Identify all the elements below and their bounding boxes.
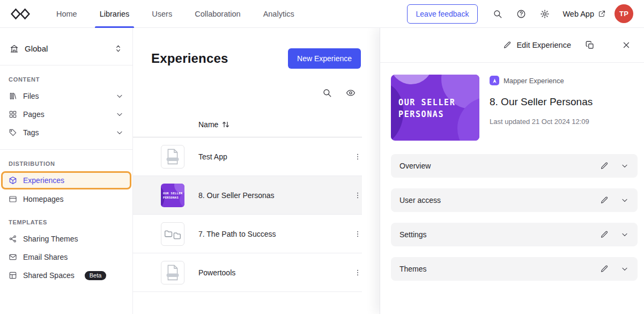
share-icon xyxy=(9,235,17,243)
search-icon[interactable] xyxy=(322,88,332,98)
edit-experience-button[interactable]: Edit Experience xyxy=(503,41,571,49)
section-title-distribution: DISTRIBUTION xyxy=(9,160,124,167)
last-updated-text: Last updated 21 Oct 2024 12:09 xyxy=(490,118,593,126)
search-icon[interactable] xyxy=(487,4,508,24)
detail-sections: Overview User access Settings xyxy=(391,154,638,281)
panel-body: OUR SELLER PERSONAS Mapper Experience 8.… xyxy=(380,63,644,281)
nav-item-collaboration[interactable]: Collaboration xyxy=(183,0,251,28)
nav-item-users[interactable]: Users xyxy=(140,0,183,28)
folders-thumbnail xyxy=(161,222,184,246)
user-avatar[interactable]: TP xyxy=(615,4,633,23)
pencil-icon[interactable] xyxy=(600,265,609,273)
sidebar-item-label: Shared Spaces xyxy=(23,271,75,280)
external-link-icon xyxy=(598,10,606,18)
panel-header: Edit Experience xyxy=(380,28,644,63)
chevron-down-icon[interactable] xyxy=(620,162,629,170)
page-title: Experiences xyxy=(151,51,228,66)
section-label: Settings xyxy=(399,230,427,239)
mapper-experience-icon xyxy=(490,76,499,85)
section-title-content: CONTENT xyxy=(9,76,124,83)
section-label: User access xyxy=(399,196,441,205)
row-actions-kebab-icon[interactable] xyxy=(353,191,362,200)
section-overview[interactable]: Overview xyxy=(391,154,638,178)
primary-nav: Home Libraries Users Collaboration Analy… xyxy=(45,0,306,28)
chevron-down-icon[interactable] xyxy=(620,230,629,239)
web-app-link[interactable]: Web App xyxy=(562,10,606,18)
chevron-down-icon xyxy=(115,92,124,100)
nav-item-home[interactable]: Home xyxy=(45,0,88,28)
preview-eye-icon[interactable] xyxy=(346,88,356,98)
new-experience-button[interactable]: New Experience xyxy=(288,48,361,69)
web-app-label: Web App xyxy=(562,10,594,18)
table-row-test-app[interactable]: Test App xyxy=(133,137,362,176)
sidebar-item-experiences[interactable]: Experiences xyxy=(1,171,131,189)
document-thumbnail xyxy=(161,261,184,284)
leave-feedback-button[interactable]: Leave feedback xyxy=(407,4,478,24)
nav-item-libraries[interactable]: Libraries xyxy=(88,0,141,28)
settings-gear-icon[interactable] xyxy=(535,4,555,24)
sidebar-item-label: Sharing Themes xyxy=(23,235,78,243)
divider xyxy=(0,149,132,150)
files-icon xyxy=(9,92,17,100)
chevron-down-icon[interactable] xyxy=(620,265,629,273)
section-settings[interactable]: Settings xyxy=(391,223,638,246)
section-themes[interactable]: Themes xyxy=(391,257,638,281)
top-navigation: Home Libraries Users Collaboration Analy… xyxy=(0,0,644,28)
section-label: Themes xyxy=(399,265,427,273)
row-name: Powertools xyxy=(198,268,235,277)
chevron-updown-icon xyxy=(114,44,123,53)
sidebar-item-files[interactable]: Files xyxy=(0,87,132,105)
sidebar-item-homepages[interactable]: Homepages xyxy=(0,190,132,208)
pencil-icon[interactable] xyxy=(600,196,609,205)
table-row-path-to-success[interactable]: 7. The Path to Success xyxy=(133,215,362,253)
sidebar-item-tags[interactable]: Tags xyxy=(0,123,132,142)
sidebar-item-shared-spaces[interactable]: Shared Spaces Beta xyxy=(0,266,132,284)
row-name: 8. Our Seller Personas xyxy=(198,191,275,200)
sidebar-item-label: Pages xyxy=(23,110,45,119)
spaces-icon xyxy=(9,271,17,280)
pages-icon xyxy=(9,110,17,119)
scope-label: Global xyxy=(25,44,48,53)
table-row-powertools[interactable]: Powertools xyxy=(133,253,362,292)
table-row-seller-personas[interactable]: OUR SELLER PERSONAS 8. Our Seller Person… xyxy=(133,176,362,215)
section-label: Overview xyxy=(399,162,431,170)
sidebar-item-pages[interactable]: Pages xyxy=(0,105,132,123)
experience-cover-image: OUR SELLER PERSONAS xyxy=(391,75,479,141)
svg-text:OUR SELLER: OUR SELLER xyxy=(398,98,455,107)
table-toolbar xyxy=(133,69,362,98)
row-actions-kebab-icon[interactable] xyxy=(353,152,362,161)
section-title-templates: TEMPLATES xyxy=(9,219,124,225)
sidebar-item-email-shares[interactable]: Email Shares xyxy=(0,248,132,266)
divider xyxy=(0,65,132,65)
duplicate-icon[interactable] xyxy=(585,40,595,50)
row-actions-kebab-icon[interactable] xyxy=(353,268,362,277)
sidebar-item-sharing-themes[interactable]: Sharing Themes xyxy=(0,230,132,248)
sidebar-item-label: Tags xyxy=(23,128,39,137)
pencil-icon[interactable] xyxy=(600,162,609,170)
close-panel-icon[interactable] xyxy=(621,40,631,50)
sidebar-item-label: Email Shares xyxy=(23,253,68,261)
homepages-icon xyxy=(9,195,17,203)
pencil-icon[interactable] xyxy=(600,230,609,239)
scope-selector[interactable]: Global xyxy=(4,40,128,57)
table-header-row: Name xyxy=(133,112,362,137)
row-actions-kebab-icon[interactable] xyxy=(353,230,362,238)
svg-text:PERSONAS: PERSONAS xyxy=(398,109,444,119)
row-name: 7. The Path to Success xyxy=(198,230,276,238)
pencil-icon xyxy=(503,41,512,49)
sort-icon[interactable] xyxy=(221,120,231,129)
experiences-cube-icon xyxy=(9,176,17,185)
organization-icon xyxy=(10,44,19,53)
column-header-name[interactable]: Name xyxy=(198,120,218,129)
nav-item-analytics[interactable]: Analytics xyxy=(252,0,306,28)
chevron-down-icon[interactable] xyxy=(620,196,629,205)
section-user-access[interactable]: User access xyxy=(391,188,638,212)
document-thumbnail xyxy=(161,145,184,169)
sidebar-item-label: Files xyxy=(23,92,39,100)
help-icon[interactable] xyxy=(511,4,531,24)
showpad-logo-icon[interactable] xyxy=(11,8,30,20)
sidebar-item-label: Homepages xyxy=(23,195,64,203)
beta-badge: Beta xyxy=(85,271,107,280)
topnav-right-cluster: Leave feedback Web App TP xyxy=(407,4,633,24)
experience-type-badge: Mapper Experience xyxy=(504,77,564,85)
